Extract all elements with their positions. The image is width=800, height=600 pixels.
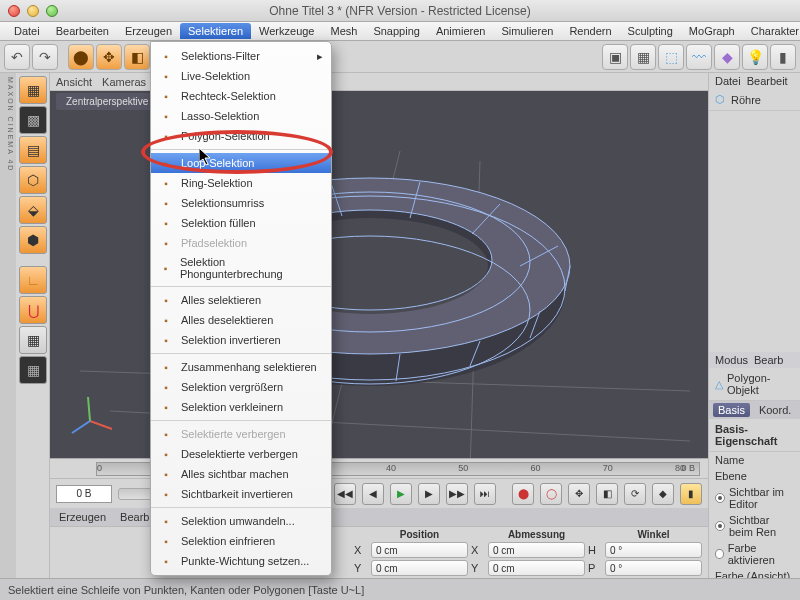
- menu-sculpting[interactable]: Sculpting: [620, 23, 681, 39]
- scale-tool[interactable]: ◧: [124, 44, 150, 70]
- menu-item-punkte-wichtung-setzen-[interactable]: ▪Punkte-Wichtung setzen...: [151, 551, 331, 571]
- menu-item-selektion-f-llen[interactable]: ▪Selektion füllen: [151, 213, 331, 233]
- axis-button[interactable]: ∟: [19, 266, 47, 294]
- camera-button[interactable]: ▮: [770, 44, 796, 70]
- start-frame-field[interactable]: 0 B: [56, 485, 112, 503]
- attr-section-tab[interactable]: Bearb: [754, 354, 783, 366]
- menu-item-selektion-invertieren[interactable]: ▪Selektion invertieren: [151, 330, 331, 350]
- visible-editor-radio[interactable]: [715, 493, 725, 503]
- coord-h-ang[interactable]: 0 °: [605, 542, 702, 558]
- point-mode-button[interactable]: ⬡: [19, 166, 47, 194]
- workplane-button[interactable]: ▦: [19, 326, 47, 354]
- magnet-button[interactable]: ⋃: [19, 296, 47, 324]
- object-name[interactable]: Röhre: [731, 94, 761, 106]
- menu-item-zusammenhang-selektieren[interactable]: ▪Zusammenhang selektieren: [151, 357, 331, 377]
- menu-item-icon: ▪: [159, 196, 173, 210]
- menu-item-selektion-umwandeln-[interactable]: ▪Selektion umwandeln...: [151, 511, 331, 531]
- live-select-tool[interactable]: ⬤: [68, 44, 94, 70]
- obj-tab-coord[interactable]: Koord.: [754, 403, 796, 417]
- keyframe-scale-button[interactable]: ◧: [596, 483, 618, 505]
- coord-y-size[interactable]: 0 cm: [488, 560, 585, 576]
- menu-mograph[interactable]: MoGraph: [681, 23, 743, 39]
- deformer-button[interactable]: ◆: [714, 44, 740, 70]
- autokey-button[interactable]: ◯: [540, 483, 562, 505]
- objmgr-tab[interactable]: Datei: [715, 75, 741, 87]
- attr-section-tab[interactable]: Modus: [715, 354, 748, 366]
- coord-p-ang[interactable]: 0 °: [605, 560, 702, 576]
- redo-button[interactable]: ↷: [32, 44, 58, 70]
- coord-y-pos[interactable]: 0 cm: [371, 560, 468, 576]
- menu-simulieren[interactable]: Simulieren: [493, 23, 561, 39]
- edge-mode-button[interactable]: ⬙: [19, 196, 47, 224]
- view-tab[interactable]: Ansicht: [56, 76, 92, 88]
- next-key-button[interactable]: ▶▶: [446, 483, 468, 505]
- menu-item-deselektierte-verbergen[interactable]: ▪Deselektierte verbergen: [151, 444, 331, 464]
- spline-button[interactable]: 〰: [686, 44, 712, 70]
- menu-rendern[interactable]: Rendern: [561, 23, 619, 39]
- viewport-label: Zentralperspektive: [56, 93, 158, 110]
- keymode-button[interactable]: ▮: [680, 483, 702, 505]
- menu-item-icon: ▪: [159, 109, 173, 123]
- menu-item-selektion-vergr-ern[interactable]: ▪Selektion vergrößern: [151, 377, 331, 397]
- obj-tab-basis[interactable]: Basis: [713, 403, 750, 417]
- menu-mesh[interactable]: Mesh: [322, 23, 365, 39]
- attr-tab[interactable]: Erzeugen: [54, 510, 111, 524]
- menu-item-loop-selektion[interactable]: ▪Loop-Selektion: [151, 153, 331, 173]
- menu-item-sichtbarkeit-invertieren[interactable]: ▪Sichtbarkeit invertieren: [151, 484, 331, 504]
- coord-x-size[interactable]: 0 cm: [488, 542, 585, 558]
- render-settings-button[interactable]: ▦: [630, 44, 656, 70]
- menu-selektieren[interactable]: Selektieren: [180, 23, 251, 39]
- menu-item-selektion-phongunterbrechung[interactable]: ▪Selektion Phongunterbrechung: [151, 253, 331, 283]
- keyframe-param-button[interactable]: ◆: [652, 483, 674, 505]
- menu-item-live-selektion[interactable]: ▪Live-Selektion: [151, 66, 331, 86]
- ruler-tick: 70: [603, 463, 613, 473]
- menu-bearbeiten[interactable]: Bearbeiten: [48, 23, 117, 39]
- render-button[interactable]: ▣: [602, 44, 628, 70]
- menu-item-alles-deselektieren[interactable]: ▪Alles deselektieren: [151, 310, 331, 330]
- menu-item-selektionsumriss[interactable]: ▪Selektionsumriss: [151, 193, 331, 213]
- visible-render-radio[interactable]: [715, 521, 725, 531]
- undo-button[interactable]: ↶: [4, 44, 30, 70]
- coord-x-pos[interactable]: 0 cm: [371, 542, 468, 558]
- menu-item-ring-selektion[interactable]: ▪Ring-Selektion: [151, 173, 331, 193]
- record-button[interactable]: ⬤: [512, 483, 534, 505]
- light-button[interactable]: 💡: [742, 44, 768, 70]
- menu-charakter[interactable]: Charakter: [743, 23, 800, 39]
- viewport-3d[interactable]: Zentralperspektive: [50, 91, 708, 458]
- keyframe-pos-button[interactable]: ✥: [568, 483, 590, 505]
- prev-key-button[interactable]: ◀◀: [334, 483, 356, 505]
- menu-item-selektions-filter[interactable]: ▪Selektions-Filter▸: [151, 46, 331, 66]
- polygon-mode-button[interactable]: ⬢: [19, 226, 47, 254]
- menu-item-icon: ▪: [159, 129, 173, 143]
- menu-item-selektion-einfrieren[interactable]: ▪Selektion einfrieren: [151, 531, 331, 551]
- texture-mode-button[interactable]: ▤: [19, 136, 47, 164]
- use-color-radio[interactable]: [715, 549, 724, 559]
- menu-item-lasso-selektion[interactable]: ▪Lasso-Selektion: [151, 106, 331, 126]
- keyframe-rot-button[interactable]: ⟳: [624, 483, 646, 505]
- model-mode-button[interactable]: ▩: [19, 106, 47, 134]
- menu-snapping[interactable]: Snapping: [365, 23, 428, 39]
- play-button[interactable]: ▶: [390, 483, 412, 505]
- move-tool[interactable]: ✥: [96, 44, 122, 70]
- grid-button[interactable]: ▦: [19, 356, 47, 384]
- menu-datei[interactable]: Datei: [6, 23, 48, 39]
- menu-item-alles-sichtbar-machen[interactable]: ▪Alles sichtbar machen: [151, 464, 331, 484]
- svg-line-27: [88, 397, 90, 421]
- prev-frame-button[interactable]: ◀: [362, 483, 384, 505]
- menu-item-alles-selektieren[interactable]: ▪Alles selektieren: [151, 290, 331, 310]
- menu-animieren[interactable]: Animieren: [428, 23, 494, 39]
- menu-item-polygon-selektion[interactable]: ▪Polygon-Selektion: [151, 126, 331, 146]
- goto-end-button[interactable]: ⏭: [474, 483, 496, 505]
- menu-item-icon: ▪: [159, 176, 173, 190]
- menu-erzeugen[interactable]: Erzeugen: [117, 23, 180, 39]
- playback-bar: 0 B 0 B ⏮ ◀◀ ◀ ▶ ▶ ▶▶ ⏭ ⬤ ◯ ✥ ◧ ⟳ ◆ ▮: [50, 478, 708, 508]
- objmgr-tab[interactable]: Bearbeit: [747, 75, 788, 87]
- make-editable-button[interactable]: ▦: [19, 76, 47, 104]
- cube-primitive-button[interactable]: ⬚: [658, 44, 684, 70]
- menu-werkzeuge[interactable]: Werkzeuge: [251, 23, 322, 39]
- timeline-ruler[interactable]: 010203040506070800 B: [50, 458, 708, 478]
- next-frame-button[interactable]: ▶: [418, 483, 440, 505]
- menu-item-rechteck-selektion[interactable]: ▪Rechteck-Selektion: [151, 86, 331, 106]
- menu-item-selektion-verkleinern[interactable]: ▪Selektion verkleinern: [151, 397, 331, 417]
- view-tab[interactable]: Kameras: [102, 76, 146, 88]
